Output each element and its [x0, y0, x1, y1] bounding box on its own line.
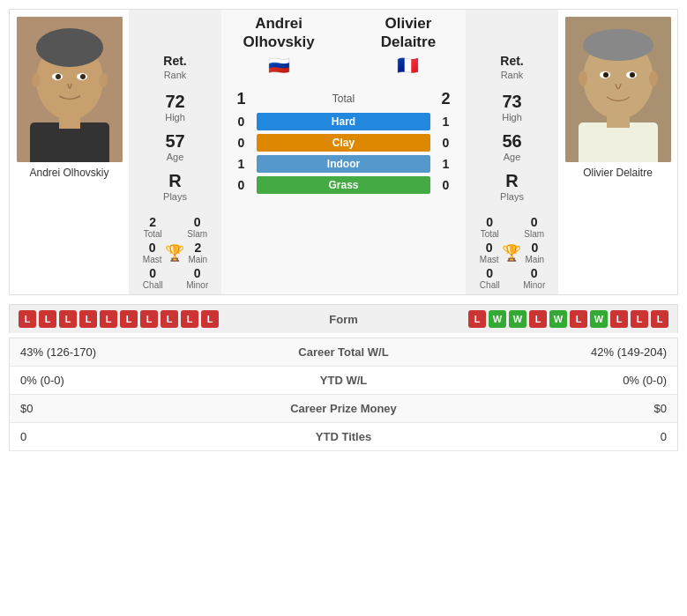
form-label: Form	[291, 313, 397, 326]
svg-point-21	[649, 71, 658, 86]
svg-point-15	[583, 29, 653, 61]
form-left: LLLLLLLLLL	[19, 310, 291, 328]
player-comparison: Andrei Olhovskiy Ret. Rank 72 High 57 Ag…	[9, 9, 678, 295]
svg-rect-12	[579, 122, 658, 162]
form-right-badge-0: L	[468, 310, 486, 328]
form-left-badge-4: L	[100, 310, 117, 328]
right-stat-group: 0 Total 0 Slam 0 Mast 🏆 0 Main 0Chall0Mi…	[470, 215, 554, 290]
svg-point-19	[630, 72, 635, 78]
stat-right-val-3: 0	[444, 423, 677, 451]
right-player-photo	[565, 17, 671, 162]
svg-point-4	[36, 28, 103, 67]
left-rank: Ret. Rank	[163, 54, 186, 81]
stat-left-val-3: 0	[10, 423, 243, 451]
left-flag: 🇷🇺	[226, 55, 332, 76]
form-left-badge-8: L	[181, 310, 198, 328]
stats-table: 43% (126-170) Career Total W/L 42% (149-…	[9, 338, 678, 451]
right-name-header: Olivier Delaitre 🇫🇷	[355, 14, 461, 83]
form-left-badge-7: L	[161, 310, 178, 328]
stats-row-2: $0 Career Prize Money $0	[10, 395, 678, 423]
svg-point-9	[32, 73, 41, 87]
right-slam-cell2: 0 Slam	[515, 215, 555, 239]
stat-label-2: Career Prize Money	[243, 395, 444, 423]
left-player-photo	[17, 17, 123, 162]
left-name-header: Andrei Olhovskiy 🇷🇺	[226, 14, 332, 83]
form-left-badge-0: L	[19, 310, 36, 328]
left-stat-group: 2 Total 0 Slam 0 Mast 🏆 2 Main 0Chall0Mi…	[133, 215, 217, 290]
svg-point-8	[80, 74, 86, 79]
stat-right-val-2: $0	[444, 395, 677, 423]
left-slam-cell: 0 Slam	[178, 215, 218, 239]
svg-point-18	[603, 72, 609, 78]
form-right-badge-7: L	[610, 310, 628, 328]
indoor-line: 1 Indoor 1	[226, 155, 461, 173]
form-right-badge-4: W	[549, 310, 567, 328]
left-player-name-under: Andrei Olhovskiy	[29, 167, 108, 179]
right-player-photo-col: Olivier Delaitre	[558, 10, 677, 294]
form-left-badge-9: L	[201, 310, 219, 328]
right-chall-cell2: 0Chall	[470, 266, 510, 290]
center-block: Andrei Olhovskiy 🇷🇺 Olivier Delaitre 🇫🇷 …	[221, 10, 466, 294]
form-right-badge-5: L	[570, 310, 587, 328]
left-plays-stat: R Plays	[163, 171, 187, 202]
left-total-cell: 2 Total	[133, 215, 173, 239]
total-line: 1 Total 2	[226, 90, 461, 108]
stats-row-1: 0% (0-0) YTD W/L 0% (0-0)	[10, 367, 678, 395]
form-left-badge-2: L	[59, 310, 77, 328]
left-minor-cell2: 0Minor	[178, 266, 218, 290]
left-mast-main-row: 0 Mast 🏆 2 Main	[133, 241, 217, 264]
form-right-badge-3: L	[529, 310, 547, 328]
form-right-badge-9: L	[651, 310, 668, 328]
right-trophy-icon2: 🏆	[502, 243, 521, 263]
right-player-stats: Ret. Rank 73 High 56 Age R Plays 0 Total	[466, 10, 558, 294]
form-right-badge-6: W	[590, 310, 608, 328]
form-right-badge-8: L	[631, 310, 648, 328]
form-right-badge-1: W	[489, 310, 506, 328]
stat-right-val-1: 0% (0-0)	[444, 367, 677, 395]
left-player-svg	[17, 17, 123, 162]
form-row: LLLLLLLLLL Form LWWLWLWLLL	[9, 304, 678, 333]
stat-left-val-1: 0% (0-0)	[10, 367, 243, 395]
svg-point-7	[56, 74, 61, 79]
svg-point-10	[99, 73, 108, 87]
stat-left-val-0: 43% (126-170)	[10, 338, 243, 367]
right-high-stat: 73 High	[502, 92, 522, 122]
stat-right-val-0: 42% (149-204)	[444, 338, 677, 367]
left-trophy-icon: 🏆	[165, 243, 184, 263]
form-right: LWWLWLWLLL	[397, 310, 669, 328]
left-chall-cell2: 0Chall	[133, 266, 173, 290]
stats-row-3: 0 YTD Titles 0	[10, 423, 678, 451]
right-flag: 🇫🇷	[355, 55, 461, 76]
right-mast-main-row: 0 Mast 🏆 0 Main	[470, 241, 554, 264]
left-player-stats: Ret. Rank 72 High 57 Age R Plays 2 Total	[129, 10, 221, 294]
form-right-badge-2: W	[509, 310, 526, 328]
right-rank: Ret. Rank	[500, 54, 523, 81]
main-container: Andrei Olhovskiy Ret. Rank 72 High 57 Ag…	[0, 0, 687, 460]
right-player-name-under: Olivier Delaitre	[583, 167, 653, 179]
form-left-badge-5: L	[120, 310, 138, 328]
svg-point-20	[579, 71, 587, 86]
left-player-photo-col: Andrei Olhovskiy	[10, 10, 129, 294]
stats-row-0: 43% (126-170) Career Total W/L 42% (149-…	[10, 338, 678, 367]
form-left-badge-1: L	[39, 310, 56, 328]
stat-left-val-2: $0	[10, 395, 243, 423]
hard-line: 0 Hard 1	[226, 113, 461, 130]
left-age-stat: 57 Age	[165, 131, 184, 162]
stat-label-1: YTD W/L	[243, 367, 444, 395]
form-left-badge-3: L	[79, 310, 97, 328]
clay-line: 0 Clay 0	[226, 134, 461, 152]
stat-label-3: YTD Titles	[243, 423, 444, 451]
grass-line: 0 Grass 0	[226, 176, 461, 194]
right-age-stat: 56 Age	[502, 131, 521, 162]
right-total-cell2: 0 Total	[470, 215, 510, 239]
right-player-svg	[565, 17, 671, 162]
left-high-stat: 72 High	[165, 92, 185, 122]
right-minor-cell2: 0Minor	[515, 266, 555, 290]
form-left-badge-6: L	[140, 310, 158, 328]
right-plays-stat: R Plays	[500, 171, 524, 202]
stat-label-0: Career Total W/L	[243, 338, 444, 367]
